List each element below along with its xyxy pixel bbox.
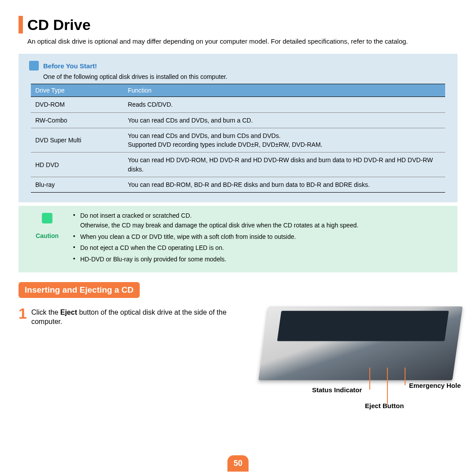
intro-text: An optical disk drive is optional and ma…	[27, 37, 457, 46]
callout-line-icon	[387, 368, 388, 405]
table-row: RW-Combo You can read CDs and DVDs, and …	[31, 112, 445, 128]
callout-line-icon	[369, 368, 370, 390]
cell-function: You can read HD DVD-ROM, HD DVD-R and HD…	[123, 152, 445, 177]
caution-icon	[42, 213, 52, 223]
title-row: CD Drive	[19, 16, 457, 33]
callout-line-icon	[405, 368, 405, 385]
page-title: CD Drive	[27, 16, 91, 33]
accent-bar-icon	[19, 16, 23, 33]
label-emergency-hole: Emergency Hole	[409, 382, 461, 389]
cell-type: Blu-ray	[31, 177, 123, 193]
table-row: DVD Super Multi You can read CDs and DVD…	[31, 128, 445, 152]
cell-function: You can read CDs and DVDs, and burn CDs …	[123, 128, 445, 152]
col-drive-type: Drive Type	[31, 84, 123, 97]
cell-type: RW-Combo	[31, 112, 123, 128]
cell-function: You can read BD-ROM, BD-R and BD-RE disk…	[123, 177, 445, 193]
before-you-start-panel: Before You Start! One of the following o…	[19, 54, 457, 202]
list-item: When you clean a CD or DVD title, wipe w…	[73, 232, 358, 242]
page-number-badge: 50	[227, 455, 249, 472]
step-text-bold: Eject	[60, 309, 77, 316]
list-item: Do not eject a CD when the CD operating …	[73, 243, 358, 253]
table-row: HD DVD You can read HD DVD-ROM, HD DVD-R…	[31, 152, 445, 177]
caution-label: Caution	[29, 232, 65, 239]
page-number: 50	[227, 455, 249, 472]
step-body: Click the Eject button of the optical di…	[31, 306, 250, 327]
cell-type: HD DVD	[31, 152, 123, 177]
caution-list: Do not insert a cracked or scratched CD.…	[73, 211, 358, 266]
table-row: DVD-ROM Reads CD/DVD.	[31, 97, 445, 112]
info-icon	[29, 61, 39, 71]
step-text-pre: Click the	[31, 309, 60, 316]
before-you-start-title: Before You Start!	[43, 62, 97, 70]
step-number: 1	[19, 306, 27, 321]
cell-type: DVD Super Multi	[31, 128, 123, 152]
brand-label: SAMSUNG	[349, 312, 380, 318]
step-1: 1 Click the Eject button of the optical …	[19, 306, 250, 407]
cell-function: Reads CD/DVD.	[123, 97, 445, 112]
col-function: Function	[123, 84, 445, 97]
caution-panel: Caution Do not insert a cracked or scrat…	[19, 206, 457, 272]
section-heading: Inserting and Ejecting a CD	[19, 282, 140, 298]
drive-table: Drive Type Function DVD-ROM Reads CD/DVD…	[31, 84, 445, 193]
list-item: HD-DVD or Blu-ray is only provided for s…	[73, 255, 358, 264]
list-item: Do not insert a cracked or scratched CD.…	[73, 211, 358, 230]
laptop-icon: SAMSUNG	[258, 306, 463, 380]
label-status-indicator: Status Indicator	[312, 386, 362, 394]
before-you-start-subtitle: One of the following optical disk drives…	[43, 73, 447, 80]
label-eject-button: Eject Button	[365, 402, 404, 409]
table-row: Blu-ray You can read BD-ROM, BD-R and BD…	[31, 177, 445, 193]
laptop-illustration: SAMSUNG Status Indicator Eject Button Em…	[264, 306, 457, 407]
cell-function: You can read CDs and DVDs, and burn a CD…	[123, 112, 445, 128]
cell-type: DVD-ROM	[31, 97, 123, 112]
